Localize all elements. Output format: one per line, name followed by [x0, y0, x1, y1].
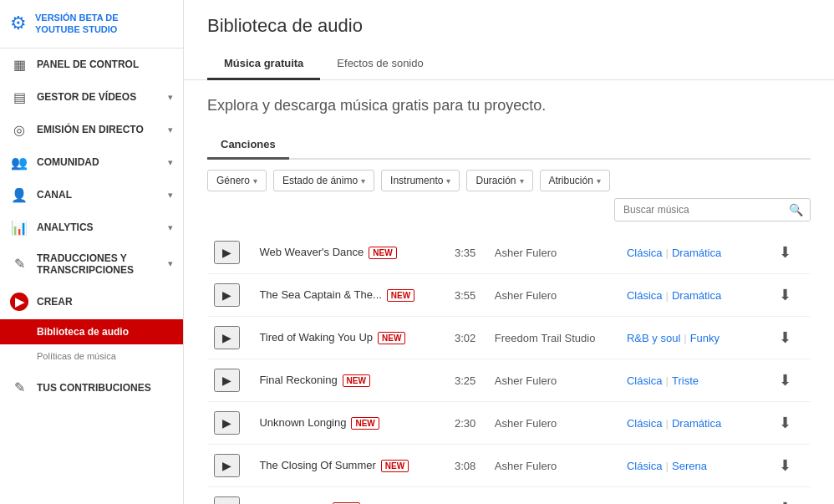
- song-artist: Asher Fulero: [488, 402, 620, 445]
- chevron-down-icon: ▾: [253, 176, 257, 186]
- filter-instrumento[interactable]: Instrumento ▾: [381, 170, 460, 191]
- download-button[interactable]: ⬇: [772, 240, 798, 265]
- main-body: Explora y descarga música gratis para tu…: [184, 80, 834, 504]
- song-genre: Clásica|Triste: [620, 359, 765, 402]
- song-duration: 3:55: [448, 274, 488, 317]
- logo-text: VERSIÓN BETA DE YOUTUBE STUDIO: [35, 12, 119, 36]
- tab-musica[interactable]: Música gratuita: [207, 48, 320, 80]
- song-name: The Closing Of SummerNEW: [252, 445, 448, 487]
- chevron-icon: ▾: [168, 258, 173, 269]
- table-row: ▶ The Sea Captain & The...NEW 3:55 Asher…: [207, 274, 811, 317]
- download-button[interactable]: ⬇: [772, 325, 798, 350]
- filters-row: Género ▾ Estado de ánimo ▾ Instrumento ▾…: [207, 170, 811, 221]
- download-button[interactable]: ⬇: [772, 410, 798, 435]
- play-button[interactable]: ▶: [214, 454, 240, 477]
- search-input[interactable]: [615, 200, 782, 220]
- new-badge: NEW: [351, 417, 379, 430]
- sidebar-item-gestor[interactable]: ▤ GESTOR DE VÍDEOS ▾: [0, 81, 183, 114]
- song-genre: Country y folk|Feliz: [620, 487, 765, 505]
- download-button[interactable]: ⬇: [772, 368, 798, 393]
- filter-atribucion[interactable]: Atribución ▾: [540, 170, 610, 191]
- video-icon: ▤: [10, 89, 28, 105]
- filter-duracion[interactable]: Duración ▾: [466, 170, 532, 191]
- new-badge: NEW: [378, 332, 405, 344]
- tab-efectos[interactable]: Efectos de sonido: [320, 48, 440, 80]
- chevron-down-icon: ▾: [361, 176, 365, 186]
- song-name: Final ReckoningNEW: [252, 359, 448, 402]
- song-genre: Clásica|Dramática: [620, 274, 765, 317]
- new-badge: NEW: [387, 289, 414, 302]
- analytics-icon: 📊: [10, 220, 28, 236]
- song-duration: 3:02: [448, 317, 488, 359]
- channel-icon: 👤: [10, 187, 28, 203]
- sidebar-item-panel[interactable]: ▦ PANEL DE CONTROL: [0, 48, 183, 81]
- sidebar-item-emision[interactable]: ◎ EMISIÓN EN DIRECTO ▾: [0, 114, 183, 146]
- song-duration: 3:35: [448, 232, 488, 274]
- main-content: Biblioteca de audio Música gratuita Efec…: [184, 0, 834, 504]
- sidebar-item-contribuciones[interactable]: ✎ TUS CONTRIBUCIONES: [0, 371, 183, 404]
- song-duration: 3:08: [448, 445, 488, 487]
- download-button[interactable]: ⬇: [772, 283, 798, 308]
- table-row: ▶ Web Weaver's DanceNEW 3:35 Asher Fuler…: [207, 232, 811, 274]
- sidebar-sub-biblioteca[interactable]: Biblioteca de audio: [0, 319, 183, 344]
- live-icon: ◎: [10, 122, 28, 138]
- subtitle: Explora y descarga música gratis para tu…: [207, 97, 811, 115]
- table-row: ▶ Unknown LongingNEW 2:30 Asher Fulero C…: [207, 402, 811, 445]
- filter-tab-canciones[interactable]: Canciones: [207, 131, 289, 160]
- tab-bar: Música gratuita Efectos de sonido: [207, 48, 811, 79]
- play-button[interactable]: ▶: [214, 326, 240, 349]
- play-button[interactable]: ▶: [214, 283, 240, 307]
- chevron-down-icon: ▾: [597, 176, 601, 186]
- sidebar-logo: ⚙ VERSIÓN BETA DE YOUTUBE STUDIO: [0, 0, 183, 48]
- crear-icon: ▶: [10, 293, 28, 311]
- song-duration: 3:25: [448, 359, 488, 402]
- table-row: ▶ Tired of Waking You UpNEW 3:02 Freedom…: [207, 317, 811, 359]
- song-artist: Asher Fulero: [488, 232, 620, 274]
- chevron-down-icon: ▾: [520, 176, 524, 186]
- chevron-icon: ▾: [168, 222, 173, 233]
- chevron-icon: ▾: [168, 190, 173, 201]
- song-name: Web Weaver's DanceNEW: [252, 232, 448, 274]
- music-table: ▶ Web Weaver's DanceNEW 3:35 Asher Fuler…: [207, 232, 811, 504]
- table-row: ▶ The Closing Of SummerNEW 3:08 Asher Fu…: [207, 445, 811, 487]
- contributions-icon: ✎: [10, 379, 28, 395]
- gear-icon: ⚙: [10, 13, 27, 34]
- sidebar-item-comunidad[interactable]: 👥 COMUNIDAD ▾: [0, 146, 183, 179]
- filter-animo[interactable]: Estado de ánimo ▾: [273, 170, 374, 191]
- new-badge: NEW: [343, 374, 370, 387]
- song-artist: Asher Fulero: [488, 359, 620, 402]
- song-name: Unknown LongingNEW: [252, 402, 448, 445]
- table-row: ▶ Rocking ChairNEW 3:42 Unicorn Heads Co…: [207, 487, 811, 505]
- filter-tab-row: Canciones: [207, 131, 811, 160]
- chevron-icon: ▾: [168, 125, 173, 135]
- song-artist: Asher Fulero: [488, 274, 620, 317]
- play-button[interactable]: ▶: [214, 369, 240, 392]
- sidebar-item-canal[interactable]: 👤 CANAL ▾: [0, 179, 183, 211]
- download-button[interactable]: ⬇: [772, 453, 798, 478]
- song-artist: Asher Fulero: [488, 445, 620, 487]
- song-name: Rocking ChairNEW: [252, 487, 448, 505]
- song-genre: Clásica|Serena: [620, 445, 765, 487]
- sidebar: ⚙ VERSIÓN BETA DE YOUTUBE STUDIO ▦ PANEL…: [0, 0, 184, 504]
- filter-genero[interactable]: Género ▾: [207, 170, 267, 191]
- dashboard-icon: ▦: [10, 57, 28, 73]
- song-duration: 2:30: [448, 402, 488, 445]
- song-artist: Unicorn Heads: [488, 487, 620, 505]
- sidebar-item-analytics[interactable]: 📊 ANALYTICS ▾: [0, 211, 183, 244]
- chevron-down-icon: ▾: [446, 176, 450, 186]
- sidebar-item-traducciones[interactable]: ✎ TRADUCCIONES Y TRANSCRIPCIONES ▾: [0, 244, 183, 285]
- search-bar: 🔍: [614, 198, 811, 221]
- play-button[interactable]: ▶: [214, 411, 240, 435]
- play-button[interactable]: ▶: [214, 496, 240, 504]
- play-button[interactable]: ▶: [214, 241, 240, 264]
- sidebar-sub-politicas[interactable]: Políticas de música: [0, 344, 183, 368]
- song-name: Tired of Waking You UpNEW: [252, 317, 448, 359]
- download-button[interactable]: ⬇: [772, 496, 798, 504]
- table-row: ▶ Final ReckoningNEW 3:25 Asher Fulero C…: [207, 359, 811, 402]
- song-genre: Clásica|Dramática: [620, 402, 765, 445]
- page-title: Biblioteca de audio: [207, 15, 811, 37]
- song-genre: Clásica|Dramática: [620, 232, 765, 274]
- crear-item[interactable]: ▶ CREAR: [0, 284, 183, 319]
- song-name: The Sea Captain & The...NEW: [252, 274, 448, 317]
- song-genre: R&B y soul|Funky: [620, 317, 765, 359]
